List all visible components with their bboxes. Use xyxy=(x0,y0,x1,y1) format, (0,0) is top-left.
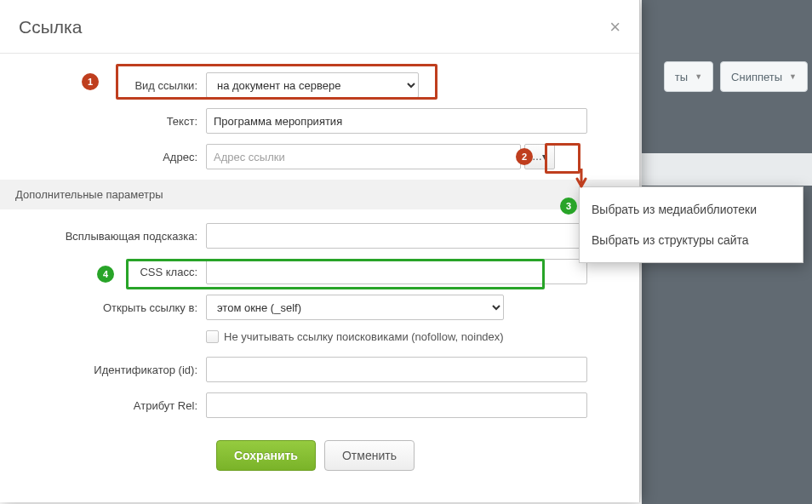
row-linktype: Вид ссылки: на документ на сервере xyxy=(15,72,624,98)
close-icon[interactable]: × xyxy=(609,18,620,37)
cssclass-input[interactable] xyxy=(206,259,587,284)
dialog-body: Вид ссылки: на документ на сервере Текст… xyxy=(0,54,639,479)
row-tooltip: Всплывающая подсказка: xyxy=(15,223,624,249)
marker-4: 4 xyxy=(97,266,114,283)
bg-button-1-label: ты xyxy=(675,71,688,83)
save-button[interactable]: Сохранить xyxy=(216,440,316,471)
ellipsis-icon: …▾ xyxy=(532,151,547,163)
linktype-select[interactable]: на документ на сервере xyxy=(206,72,419,98)
row-rel: Атрибут Rel: xyxy=(15,392,624,418)
id-label: Идентификатор (id): xyxy=(15,364,206,376)
caret-icon: ▼ xyxy=(789,72,797,81)
section-extra-params[interactable]: Дополнительные параметры xyxy=(0,180,639,209)
rel-input[interactable] xyxy=(206,392,587,418)
text-label: Текст: xyxy=(15,115,206,128)
marker-2: 2 xyxy=(516,148,533,165)
cancel-button[interactable]: Отменить xyxy=(324,440,415,471)
bg-button-2[interactable]: Сниппеты ▼ xyxy=(720,61,808,92)
background-toolbar: ты ▼ Сниппеты ▼ xyxy=(664,61,808,104)
linktype-label: Вид ссылки: xyxy=(15,79,206,92)
nofollow-checkbox[interactable] xyxy=(206,330,219,343)
id-input[interactable] xyxy=(206,357,587,382)
nofollow-label: Не учитывать ссылку поисковиками (nofoll… xyxy=(224,330,504,343)
caret-icon: ▼ xyxy=(695,72,702,81)
bg-button-2-label: Сниппеты xyxy=(731,71,782,83)
text-input[interactable] xyxy=(206,108,587,134)
dialog-footer: Сохранить Отменить xyxy=(15,428,624,471)
dropdown-item-sitestructure[interactable]: Выбрать из структуры сайта xyxy=(580,225,803,255)
address-input[interactable] xyxy=(206,144,521,169)
row-nofollow: Не учитывать ссылку поисковиками (nofoll… xyxy=(15,330,624,343)
row-target: Открыть ссылку в: этом окне (_self) xyxy=(15,295,624,320)
bg-button-1[interactable]: ты ▼ xyxy=(664,61,713,92)
background-gray-row xyxy=(642,153,812,186)
target-label: Открыть ссылку в: xyxy=(15,301,206,314)
row-text: Текст: xyxy=(15,108,624,134)
target-select[interactable]: этом окне (_self) xyxy=(206,295,504,320)
dialog-header: Ссылка × xyxy=(0,0,639,54)
row-id: Идентификатор (id): xyxy=(15,357,624,382)
marker-1: 1 xyxy=(82,73,99,90)
tooltip-label: Всплывающая подсказка: xyxy=(15,230,206,243)
marker-3: 3 xyxy=(560,198,577,215)
arrow-down-icon xyxy=(575,169,587,189)
tooltip-input[interactable] xyxy=(206,223,587,249)
rel-label: Атрибут Rel: xyxy=(15,399,206,412)
dropdown-item-medialibrary[interactable]: Выбрать из медиабиблиотеки xyxy=(580,194,803,225)
address-label: Адрес: xyxy=(15,151,206,163)
dialog-title: Ссылка xyxy=(19,17,82,37)
browse-dropdown: Выбрать из медиабиблиотеки Выбрать из ст… xyxy=(579,186,803,263)
